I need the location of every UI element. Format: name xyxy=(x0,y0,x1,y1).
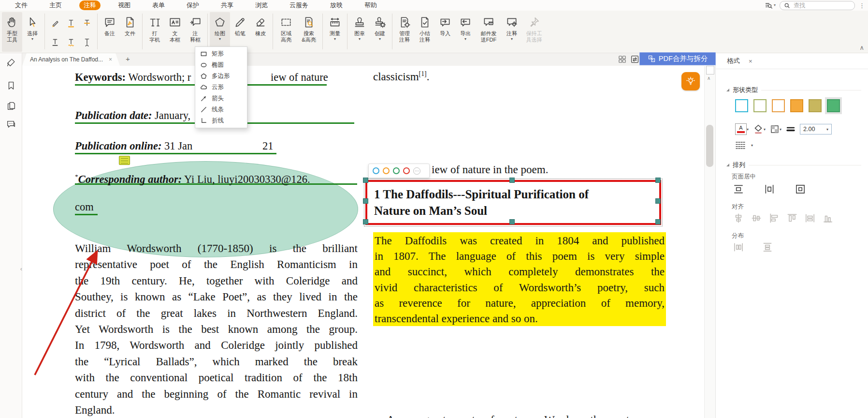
center-horizontally-icon[interactable] xyxy=(764,183,775,195)
menu-help[interactable]: 帮助 xyxy=(360,0,381,10)
menu-item-polygon[interactable]: 多边形 xyxy=(195,71,247,82)
callout-button[interactable]: 注释框 xyxy=(185,12,205,52)
menu-item-polyline[interactable]: 折线 xyxy=(195,115,247,126)
email-fdf-button[interactable]: 邮件发送FDF xyxy=(476,12,502,52)
menu-share[interactable]: 共享 xyxy=(217,0,238,10)
menu-present[interactable]: 放映 xyxy=(326,0,347,10)
menu-item-rectangle[interactable]: 矩形 xyxy=(195,48,247,60)
underline-text-button[interactable] xyxy=(66,18,76,29)
select-tool-button[interactable]: 选择 ▾ xyxy=(22,12,43,52)
resize-handle-s[interactable] xyxy=(509,219,515,224)
scroll-page-box[interactable] xyxy=(706,66,714,75)
more-menu-icon[interactable]: ⋮ xyxy=(859,2,865,9)
import-comments-button[interactable]: 导入 xyxy=(435,12,455,52)
shape-style-green-fill[interactable] xyxy=(827,99,840,112)
switch-window-icon[interactable] xyxy=(630,55,639,64)
color-swatch-orange[interactable] xyxy=(383,167,390,174)
menu-cloud[interactable]: 云服务 xyxy=(285,0,313,10)
search-highlight-button[interactable]: 搜索&高亮 xyxy=(297,12,320,52)
menu-file[interactable]: 文件 xyxy=(11,0,32,10)
draw-shapes-button[interactable]: 绘图 ▾ xyxy=(210,12,230,52)
menu-form[interactable]: 表单 xyxy=(148,0,169,10)
annotate-pen-icon[interactable] xyxy=(4,56,18,69)
menu-item-line[interactable]: 线条 xyxy=(195,104,247,115)
center-both-icon[interactable] xyxy=(795,183,806,195)
vertical-scrollbar[interactable]: ∧ xyxy=(704,66,715,418)
comments-panel-icon[interactable] xyxy=(4,118,18,131)
stroke-width-spinner[interactable]: 2.00 ▾ xyxy=(800,124,832,134)
highlight-text-button[interactable] xyxy=(50,18,60,29)
center-vertically-icon[interactable] xyxy=(733,183,744,195)
color-swatch-green[interactable] xyxy=(393,167,400,174)
close-panel-icon[interactable]: × xyxy=(749,58,752,65)
assistant-lightbulb-button[interactable] xyxy=(681,72,700,90)
dash-style-button[interactable]: ▾ xyxy=(735,141,753,149)
shape-style-olive-outline[interactable] xyxy=(753,99,767,112)
color-swatch-blue[interactable] xyxy=(373,167,379,174)
scrollbar-thumb[interactable] xyxy=(706,125,713,167)
strikeout-text-button[interactable] xyxy=(82,18,92,29)
fill-color-button[interactable]: ▾ xyxy=(753,124,766,134)
replace-text-button[interactable] xyxy=(82,37,92,47)
summarize-comments-button[interactable]: 小结注释 xyxy=(415,12,435,52)
collapse-ribbon-icon[interactable]: ∧ xyxy=(859,45,864,51)
note-comment-button[interactable]: 备注 xyxy=(100,12,120,52)
insert-text-button[interactable] xyxy=(50,37,60,47)
resize-handle-e[interactable] xyxy=(655,198,661,204)
resize-handle-n[interactable] xyxy=(509,178,515,183)
textbox-button[interactable]: 文本框 xyxy=(165,12,185,52)
menu-item-ellipse[interactable]: 椭圆 xyxy=(195,60,247,71)
shape-style-orange-outline[interactable] xyxy=(772,99,785,112)
search-list-icon[interactable]: ▾ xyxy=(765,1,776,10)
measure-button[interactable]: 测量 ▾ xyxy=(325,12,345,52)
document-tab[interactable]: An Analysis on The Daffod... × xyxy=(22,53,120,66)
squiggly-underline-button[interactable] xyxy=(66,37,76,47)
format-panel-tab[interactable]: 格式 xyxy=(727,57,740,65)
arrow-annotation[interactable] xyxy=(29,244,126,385)
area-highlight-button[interactable]: 区域高亮 xyxy=(275,12,297,52)
menu-view[interactable]: 视图 xyxy=(114,0,135,10)
opacity-button[interactable]: ▾ xyxy=(770,124,781,134)
menu-annotate[interactable]: 注释 xyxy=(79,0,101,10)
pencil-button[interactable]: 铅笔 xyxy=(230,12,250,52)
comments-settings-button[interactable]: 注释 ▾ xyxy=(502,12,522,52)
eraser-button[interactable]: 橡皮 xyxy=(250,12,271,52)
stamp-button[interactable]: 图章 ▾ xyxy=(349,12,370,52)
shape-type-section-header[interactable]: 形状类型 xyxy=(726,86,861,94)
sticky-note-annotation[interactable] xyxy=(119,156,130,165)
menu-browse[interactable]: 浏览 xyxy=(251,0,272,10)
color-swatch-red[interactable] xyxy=(403,167,410,174)
arrange-section-header[interactable]: 排列 xyxy=(726,161,861,169)
page-thumbnails-icon[interactable] xyxy=(4,99,18,113)
border-color-button[interactable]: A ▾ xyxy=(735,123,749,135)
close-tab-icon[interactable]: × xyxy=(109,56,112,63)
menu-item-arrow[interactable]: 箭头 xyxy=(195,93,247,104)
manage-comments-button[interactable]: 管理注释 xyxy=(394,12,415,52)
highlight-annotation[interactable]: The Daffodils was created in 1804 and pu… xyxy=(373,232,666,326)
shape-style-cyan[interactable] xyxy=(735,99,748,112)
app-grid-icon[interactable] xyxy=(618,55,627,64)
bookmark-icon[interactable] xyxy=(4,79,18,92)
more-colors-icon[interactable]: ⋯ xyxy=(413,167,420,175)
search-input[interactable] xyxy=(793,1,840,9)
menu-item-cloud[interactable]: 云形 xyxy=(195,82,247,93)
export-comments-button[interactable]: 导出 ▾ xyxy=(455,12,476,52)
new-tab-button[interactable]: + xyxy=(126,55,130,63)
resize-handle-se[interactable] xyxy=(655,219,661,224)
shape-style-khaki-fill[interactable] xyxy=(809,99,822,112)
menu-protect[interactable]: 保护 xyxy=(182,0,203,10)
pdf-merge-split-button[interactable]: PDF合并与拆分 xyxy=(639,52,716,65)
document-page[interactable]: Keywords: Wordsworth; r iew of nature Pu… xyxy=(22,66,704,418)
shape-style-orange-fill[interactable] xyxy=(790,99,803,112)
file-attachment-button[interactable]: 文件 xyxy=(120,12,140,52)
find-search-box[interactable] xyxy=(780,1,855,10)
resize-handle-w[interactable] xyxy=(363,198,368,204)
menu-home[interactable]: 主页 xyxy=(45,0,66,10)
hand-tool-button[interactable]: 手型工具 xyxy=(2,12,22,52)
create-stamp-button[interactable]: 创建 ▾ xyxy=(370,12,390,52)
resize-handle-sw[interactable] xyxy=(363,219,368,224)
scroll-up-icon[interactable]: ∧ xyxy=(707,75,710,81)
resize-handle-nw[interactable] xyxy=(363,178,368,183)
typewriter-button[interactable]: 打字机 xyxy=(145,12,165,52)
rectangle-annotation-selected[interactable]: 1 The Daffodils---Spiritual Purification… xyxy=(365,180,661,225)
